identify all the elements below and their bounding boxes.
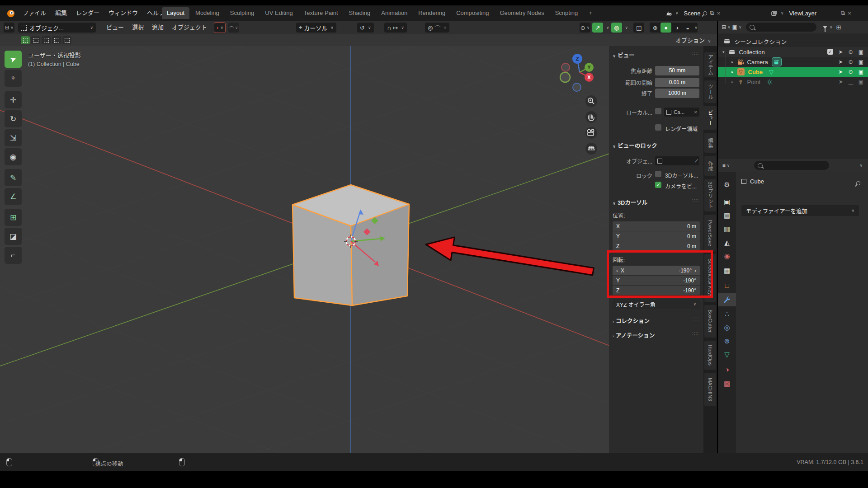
- close-icon[interactable]: ×: [717, 10, 721, 17]
- workspace-tab-shading[interactable]: Shading: [344, 7, 376, 19]
- clip-end-field[interactable]: 1000 m: [655, 89, 699, 98]
- npanel-tab-item[interactable]: アイテム: [704, 52, 716, 77]
- menu-render[interactable]: レンダー: [71, 5, 104, 21]
- clip-start-field[interactable]: 0.01 m: [655, 78, 699, 87]
- view-section-header[interactable]: ∨ビュー: [613, 51, 635, 59]
- drag-dots-icon[interactable]: ::::: [692, 316, 699, 321]
- wireframe-shading-button[interactable]: ⊕: [650, 23, 660, 33]
- collections-section-header[interactable]: ›コレクション: [613, 316, 650, 325]
- npanel-tab-edit[interactable]: 編集: [704, 133, 716, 153]
- expand-arrow-icon[interactable]: ▸: [731, 80, 734, 84]
- show-overlays-toggle[interactable]: ◍: [611, 23, 622, 33]
- material-shading-button[interactable]: ◑: [671, 23, 682, 33]
- addon-falloff-button[interactable]: ◠∨: [228, 23, 239, 33]
- snap-target-icon[interactable]: ↦: [393, 24, 398, 31]
- outliner-display-mode-button[interactable]: ▣∨: [731, 22, 742, 32]
- new-viewlayer-icon[interactable]: ⧉: [841, 9, 845, 17]
- render-visibility-icon[interactable]: ▣: [859, 69, 863, 75]
- mode-selector[interactable]: オブジェク... ∨: [18, 23, 96, 33]
- npanel-tab-hardops[interactable]: HardOps: [704, 341, 716, 370]
- close-icon[interactable]: ×: [848, 10, 851, 17]
- new-scene-icon[interactable]: ⧉: [710, 9, 714, 17]
- view-lock-section-header[interactable]: ∨ビューのロック: [613, 141, 657, 150]
- tool-select-box[interactable]: ➤: [5, 51, 22, 68]
- xray-toggle[interactable]: ◫: [633, 23, 644, 33]
- scene-browse-button[interactable]: ∨: [663, 8, 681, 18]
- properties-search-input[interactable]: [754, 161, 829, 170]
- gizmo-dropdown[interactable]: ∨: [606, 25, 609, 30]
- eye-icon[interactable]: ⊙: [849, 49, 853, 55]
- pointer-icon[interactable]: ➤: [839, 69, 843, 75]
- render-region-checkbox[interactable]: [655, 124, 661, 131]
- camera-data-chip[interactable]: [772, 57, 782, 66]
- menu-select[interactable]: 選択: [128, 21, 148, 34]
- select-mode-intersect[interactable]: [62, 36, 71, 44]
- outliner-editor-type-button[interactable]: ⊟∨: [721, 22, 731, 32]
- local-camera-object-field[interactable]: Ca... ×: [664, 108, 699, 117]
- show-gizmo-toggle[interactable]: ↗: [592, 23, 603, 33]
- menu-view[interactable]: ビュー: [102, 21, 128, 34]
- npanel-tab-tool[interactable]: ツール: [704, 80, 716, 103]
- rendered-shading-button[interactable]: ◒: [682, 23, 693, 33]
- menu-add[interactable]: 追加: [148, 21, 168, 34]
- workspace-tab-modeling[interactable]: Modeling: [190, 7, 224, 19]
- add-modifier-button[interactable]: モディファイアーを追加 ∨: [741, 205, 859, 216]
- outliner-row-camera[interactable]: ▸ Camera ➤ ⊙ ▣: [718, 57, 868, 67]
- tab-collection[interactable]: ▦: [718, 264, 736, 277]
- workspace-tab-compositing[interactable]: Compositing: [451, 7, 494, 19]
- select-mode-subtract[interactable]: [42, 36, 51, 44]
- tool-move[interactable]: ✛: [5, 91, 22, 108]
- blender-logo[interactable]: [5, 8, 15, 19]
- expand-arrow-icon[interactable]: ▸: [731, 70, 734, 74]
- pin-id-icon[interactable]: [855, 180, 861, 186]
- solid-shading-button[interactable]: ●: [660, 23, 671, 33]
- drag-dots-icon[interactable]: ::::: [692, 198, 699, 203]
- tab-tool[interactable]: ⚙: [718, 178, 736, 192]
- pointer-icon[interactable]: ➤: [839, 59, 843, 65]
- viewlayer-browse-button[interactable]: ∨: [769, 8, 787, 18]
- falloff-icon[interactable]: ⌒: [434, 23, 440, 32]
- viewport-3d[interactable]: Z Y X ユーザー・透視投影 (1) Collection | Cube ➤: [0, 46, 717, 453]
- pointer-icon[interactable]: ➤: [839, 49, 843, 55]
- tab-constraints[interactable]: ⊚: [718, 334, 736, 348]
- eye-icon[interactable]: ⊙: [849, 69, 853, 75]
- chevron-down-icon[interactable]: ∨: [443, 25, 447, 30]
- outliner-row-collection[interactable]: ▾ Collection ✓ ➤ ⊙ ▣: [718, 47, 868, 57]
- drag-dots-icon[interactable]: ::::: [692, 331, 699, 336]
- camera-to-view-checkbox[interactable]: ✓: [655, 182, 661, 188]
- outliner-search-input[interactable]: [746, 23, 816, 32]
- tab-material[interactable]: ◑: [718, 362, 736, 376]
- menu-object[interactable]: オブジェクト: [168, 21, 211, 34]
- lock-object-field[interactable]: ∕: [655, 156, 699, 165]
- new-collection-button[interactable]: ⊞: [836, 24, 841, 31]
- workspace-tab-geometry-nodes[interactable]: Geometry Nodes: [495, 7, 549, 19]
- properties-editor-type-button[interactable]: ≡∨: [721, 160, 731, 170]
- render-visibility-icon[interactable]: ▣: [859, 49, 863, 55]
- workspace-tab-layout[interactable]: Layout: [162, 7, 189, 19]
- cursor-section-header[interactable]: ∨3Dカーソル: [613, 198, 647, 206]
- pivot-point-dropdown[interactable]: ⌖ カーソル ∨: [296, 23, 336, 33]
- tab-particles[interactable]: ∴: [718, 307, 736, 321]
- eye-icon[interactable]: ⊙: [849, 59, 853, 65]
- shading-dropdown[interactable]: ∨: [694, 23, 698, 33]
- scene-name[interactable]: Scene: [684, 10, 701, 17]
- cursor-location-z[interactable]: Z0 m: [613, 241, 700, 251]
- outliner-row-cube[interactable]: ▸ ▽ Cube ▽ ➤ ⊙ ▣: [718, 67, 868, 77]
- select-mode-new[interactable]: [21, 36, 30, 44]
- overlays-dropdown[interactable]: ∨: [625, 25, 628, 30]
- lock-3d-cursor-checkbox[interactable]: [655, 171, 661, 177]
- npanel-tab-machin3[interactable]: MACHIN3: [704, 373, 716, 406]
- tool-measure[interactable]: ∠: [5, 188, 22, 205]
- pin-icon[interactable]: [703, 10, 708, 16]
- eyedropper-icon[interactable]: ∕: [696, 158, 698, 164]
- npanel-tab-view[interactable]: ビュー: [703, 106, 717, 130]
- tool-cursor[interactable]: ⌖: [5, 70, 22, 87]
- editor-type-button[interactable]: ⊞∨: [4, 23, 14, 33]
- tool-annotate[interactable]: ✎: [5, 169, 22, 186]
- menu-window[interactable]: ウィンドウ: [104, 5, 142, 21]
- snap-magnet-icon[interactable]: ∩: [387, 24, 391, 31]
- select-mode-extend[interactable]: [31, 36, 40, 44]
- transform-orientation-dropdown[interactable]: ↺∨: [357, 23, 374, 33]
- tool-add-cube[interactable]: ⊞: [5, 209, 22, 226]
- tab-world[interactable]: ◉: [718, 249, 736, 263]
